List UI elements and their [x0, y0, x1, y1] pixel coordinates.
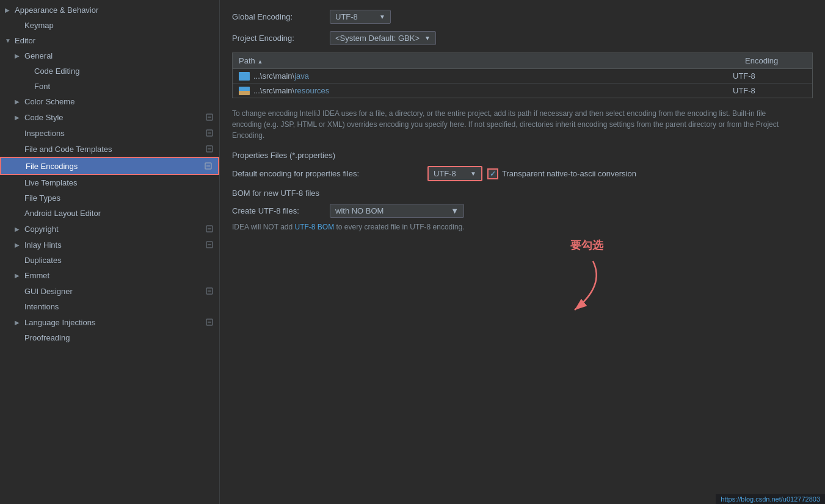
- badge-icon: [205, 128, 214, 138]
- chevron-none: [24, 68, 33, 74]
- sidebar-item-label: File Types: [24, 193, 214, 203]
- sidebar-item-label: File Encodings: [26, 162, 201, 171]
- project-encoding-dropdown[interactable]: <System Default: GBK> ▼: [330, 31, 436, 45]
- sidebar-item-color-scheme[interactable]: ▶ Color Scheme: [0, 94, 219, 109]
- table-header: Path ▲ Encoding: [233, 53, 812, 69]
- transparent-conversion-checkbox-wrap: ✓ Transparent native-to-ascii conversion: [487, 168, 636, 179]
- dropdown-arrow-icon: ▼: [451, 206, 459, 215]
- utf8-bom-link[interactable]: UTF-8 BOM: [294, 223, 334, 231]
- sidebar-item-intentions[interactable]: Intentions: [0, 299, 219, 314]
- sidebar-item-gui-designer[interactable]: GUI Designer: [0, 283, 219, 299]
- chevron-none: [24, 83, 33, 90]
- chevron-right-icon: ▶: [15, 98, 23, 105]
- url-bar: https://blog.csdn.net/u012772803: [716, 494, 825, 504]
- sidebar-item-label: Font: [34, 82, 214, 91]
- col-encoding-header[interactable]: Encoding: [739, 53, 812, 68]
- badge-icon: [205, 144, 214, 154]
- bom-dropdown[interactable]: with NO BOM ▼: [330, 204, 464, 218]
- sidebar-item-proofreading[interactable]: Proofreading: [0, 330, 219, 345]
- sidebar-item-label: Inlay Hints: [24, 240, 202, 250]
- path-encoding-table: Path ▲ Encoding ...\src\main\java UTF-8 …: [232, 52, 813, 98]
- sidebar-item-editor[interactable]: ▼ Editor: [0, 33, 219, 48]
- chevron-right-icon: ▶: [15, 319, 23, 326]
- chevron-right-icon: ▶: [15, 52, 23, 59]
- table-row[interactable]: ...\src\main\resources UTF-8: [233, 84, 812, 98]
- col-path-label: Path: [239, 56, 255, 65]
- idea-text-rest: to every created file in UTF-8 encoding.: [334, 223, 464, 231]
- chevron-down-icon: ▼: [5, 37, 13, 44]
- global-encoding-label: Global Encoding:: [232, 12, 330, 21]
- content-area: Global Encoding: UTF-8 ▼ Project Encodin…: [220, 0, 825, 504]
- badge-icon: [205, 224, 214, 234]
- properties-encoding-row: Default encoding for properties files: U…: [232, 166, 813, 181]
- sidebar-item-language-injections[interactable]: ▶ Language Injections: [0, 314, 219, 330]
- chevron-none: [15, 130, 23, 137]
- sidebar-item-label: Android Layout Editor: [24, 209, 214, 218]
- sidebar-item-label: Code Style: [24, 113, 202, 122]
- sidebar-item-label: Keymap: [24, 21, 214, 30]
- path-highlight: resources: [294, 86, 329, 95]
- sidebar-item-label: Copyright: [24, 225, 202, 234]
- chevron-none: [15, 303, 23, 310]
- encoding-cell: UTF-8: [733, 71, 806, 81]
- sidebar-item-label: Duplicates: [24, 256, 214, 265]
- sidebar-item-label: General: [24, 51, 214, 60]
- chevron-none: [15, 334, 23, 341]
- chevron-none: [15, 288, 23, 295]
- bom-row: Create UTF-8 files: with NO BOM ▼: [232, 204, 813, 218]
- idea-note: IDEA will NOT add UTF-8 BOM to every cre…: [232, 223, 813, 231]
- sidebar: ▶ Appearance & Behavior Keymap ▼ Editor …: [0, 0, 220, 504]
- transparent-conversion-checkbox[interactable]: ✓: [487, 168, 498, 179]
- project-encoding-label: Project Encoding:: [232, 34, 330, 43]
- sidebar-item-inspections[interactable]: Inspections: [0, 125, 219, 141]
- sidebar-item-file-code-templates[interactable]: File and Code Templates: [0, 141, 219, 157]
- folder-resources-icon: [239, 87, 250, 95]
- sidebar-item-inlay-hints[interactable]: ▶ Inlay Hints: [0, 237, 219, 253]
- sidebar-item-label: File and Code Templates: [24, 145, 202, 154]
- sidebar-item-general[interactable]: ▶ General: [0, 48, 219, 63]
- sidebar-item-file-types[interactable]: File Types: [0, 190, 219, 206]
- chevron-none: [15, 179, 23, 186]
- properties-encoding-dropdown[interactable]: UTF-8 ▼: [427, 166, 482, 181]
- sidebar-item-label: Intentions: [24, 302, 214, 311]
- project-encoding-value: <System Default: GBK>: [335, 34, 420, 43]
- sort-icon: ▲: [257, 59, 263, 65]
- sidebar-item-label: Proofreading: [24, 333, 214, 342]
- sidebar-item-live-templates[interactable]: Live Templates: [0, 175, 219, 190]
- sidebar-item-file-encodings[interactable]: File Encodings: [0, 157, 219, 175]
- badge-icon: [205, 286, 214, 296]
- global-encoding-dropdown[interactable]: UTF-8 ▼: [330, 10, 391, 24]
- sidebar-item-code-editing[interactable]: Code Editing: [0, 63, 219, 79]
- badge-icon: [203, 161, 213, 171]
- sidebar-item-duplicates[interactable]: Duplicates: [0, 253, 219, 268]
- check-icon: ✓: [490, 170, 496, 178]
- chevron-right-icon: ▶: [15, 242, 23, 248]
- sidebar-item-keymap[interactable]: Keymap: [0, 18, 219, 33]
- sidebar-item-emmet[interactable]: ▶ Emmet: [0, 268, 219, 283]
- chevron-none: [15, 22, 23, 29]
- chevron-none: [16, 163, 24, 170]
- info-text: To change encoding IntelliJ IDEA uses fo…: [232, 108, 782, 141]
- annotation: 要勾选: [556, 238, 617, 318]
- sidebar-item-copyright[interactable]: ▶ Copyright: [0, 221, 219, 237]
- chevron-right-icon: ▶: [15, 272, 23, 279]
- chevron-none: [15, 210, 23, 217]
- chevron-none: [15, 146, 23, 153]
- properties-section-title: Properties Files (*.properties): [232, 151, 813, 160]
- sidebar-item-code-style[interactable]: ▶ Code Style: [0, 109, 219, 125]
- sidebar-item-font[interactable]: Font: [0, 79, 219, 94]
- properties-encoding-value: UTF-8: [434, 169, 456, 178]
- path-cell: ...\src\main\resources: [253, 86, 733, 95]
- sidebar-item-appearance-behavior[interactable]: ▶ Appearance & Behavior: [0, 2, 219, 18]
- url-text: https://blog.csdn.net/u012772803: [721, 495, 820, 503]
- annotation-text: 要勾选: [556, 238, 617, 253]
- transparent-conversion-label: Transparent native-to-ascii conversion: [502, 169, 636, 178]
- col-path-header[interactable]: Path ▲: [233, 53, 739, 68]
- badge-icon: [205, 240, 214, 250]
- global-encoding-value: UTF-8: [335, 12, 358, 21]
- sidebar-item-label: Language Injections: [24, 318, 202, 327]
- sidebar-item-android-layout-editor[interactable]: Android Layout Editor: [0, 206, 219, 221]
- sidebar-item-label: GUI Designer: [24, 287, 202, 296]
- col-encoding-label: Encoding: [745, 56, 778, 65]
- table-row[interactable]: ...\src\main\java UTF-8: [233, 69, 812, 84]
